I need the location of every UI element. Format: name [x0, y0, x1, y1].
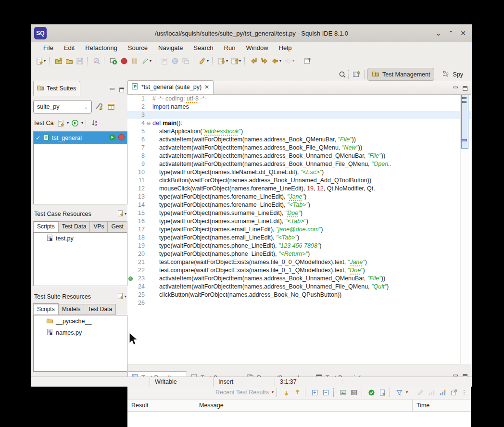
search-icon[interactable]	[338, 70, 347, 79]
code-line-2[interactable]: 2import names	[127, 103, 471, 111]
gutter-annotation[interactable]	[127, 217, 133, 226]
code-line-13[interactable]: 13 type(waitForObject(names.forename_Lin…	[127, 193, 471, 201]
code-line-20[interactable]: 20 type(waitForObject(names.phone_LineEd…	[127, 250, 471, 258]
suite-config-table-icon[interactable]	[106, 102, 116, 112]
gutter-annotation[interactable]	[127, 209, 133, 217]
code-line-7[interactable]: 7 activateItem(waitForObjectItem(names.a…	[127, 144, 471, 152]
nav-left-icon[interactable]: ▾	[270, 56, 282, 66]
record-test-icon[interactable]	[118, 134, 125, 142]
window-switch-icon[interactable]	[181, 56, 190, 66]
new-resource-icon[interactable]	[117, 292, 124, 301]
gutter-annotation[interactable]	[127, 144, 133, 152]
menu-item-help[interactable]: Help	[274, 43, 297, 53]
tcr-tab-gest[interactable]: Gest	[108, 221, 127, 232]
code-line-18[interactable]: 18 type(waitForObject(names.email_LineEd…	[127, 234, 471, 242]
gutter-annotation[interactable]	[127, 226, 133, 234]
tcr-tab-test-data[interactable]: Test Data	[59, 221, 90, 232]
menu-item-source[interactable]: Source	[123, 43, 153, 53]
pause-icon[interactable]	[130, 56, 139, 66]
code-line-23[interactable]: 23 activateItem(waitForObjectItem(names.…	[127, 275, 471, 283]
new-test-case-icon[interactable]	[56, 118, 65, 128]
menu-item-run[interactable]: Run	[219, 43, 241, 53]
tcr-tab-vps[interactable]: VPs	[90, 221, 108, 232]
suite-settings-icon[interactable]	[94, 102, 104, 112]
open-perspective-icon[interactable]	[352, 70, 361, 79]
pen-icon[interactable]: ▾	[140, 56, 152, 66]
gutter-annotation[interactable]	[127, 127, 133, 136]
code-line-24[interactable]: 24 activateItem(waitForObjectItem(names.…	[127, 283, 471, 291]
code-editor[interactable]: 1# -*- coding: utf-8 -*-2import names34⊖…	[127, 95, 471, 364]
gutter-annotation[interactable]	[127, 193, 133, 201]
code-line-15[interactable]: 15 type(waitForObject(names.surname_Line…	[127, 209, 471, 217]
code-line-22[interactable]: 22 test.compare(waitForObjectExists(name…	[127, 266, 471, 275]
gutter-annotation[interactable]	[127, 168, 133, 176]
gutter-annotation[interactable]	[127, 291, 133, 299]
run-test-icon[interactable]	[109, 134, 116, 142]
code-line-12[interactable]: 12 mouseClick(waitForObject(names.forena…	[127, 185, 471, 193]
editor-scrollbar[interactable]	[460, 95, 469, 364]
nav-right-icon[interactable]: ▾	[283, 56, 295, 66]
new-log-icon[interactable]	[378, 388, 387, 397]
code-line-10[interactable]: 10 type(waitForObject(names.fileNameEdit…	[127, 168, 471, 176]
export-gray-icon[interactable]	[427, 388, 436, 397]
code-line-1[interactable]: 1# -*- coding: utf-8 -*-	[127, 95, 471, 103]
code-line-16[interactable]: 16 type(waitForObject(names.surname_Line…	[127, 217, 471, 226]
new-resource-icon[interactable]	[117, 210, 124, 218]
external-link-icon[interactable]	[449, 388, 458, 397]
import-blue-icon[interactable]	[438, 388, 447, 397]
nav-back-icon[interactable]	[249, 56, 259, 66]
code-line-6[interactable]: 6 activateItem(waitForObjectItem(names.a…	[127, 136, 471, 144]
gutter-annotation[interactable]	[127, 119, 133, 127]
open-editor-window-icon[interactable]	[302, 56, 312, 66]
new-test-icon[interactable]: ▾	[35, 56, 47, 66]
nav-forward-icon[interactable]	[260, 56, 269, 66]
tsr-tab-test-data[interactable]: Test Data	[84, 304, 116, 315]
menu-item-window[interactable]: Window	[240, 43, 273, 53]
gutter-annotation[interactable]	[127, 234, 133, 242]
perspective-test-management[interactable]: Test Management	[367, 68, 434, 81]
highlighter-icon[interactable]: ▾	[198, 56, 210, 66]
code-line-26[interactable]: 26	[127, 299, 471, 307]
video-view-icon[interactable]	[350, 388, 359, 397]
resource-file--pycache-[interactable]: __pycache__	[34, 315, 127, 327]
jump-up-icon[interactable]: ▾	[230, 56, 242, 66]
gutter-annotation[interactable]	[127, 160, 133, 168]
recent-test-results-dropdown[interactable]: Recent Test Results	[215, 389, 269, 396]
menu-item-file[interactable]: File	[38, 43, 59, 53]
tsr-tab-models[interactable]: Models	[59, 304, 85, 315]
code-line-8[interactable]: 8 activateItem(waitForObjectItem(names.a…	[127, 152, 471, 160]
perspective-spy[interactable]: Spy	[438, 68, 467, 80]
editor-hscrollbar[interactable]	[127, 364, 459, 371]
arrow-down-gold-icon[interactable]	[282, 388, 291, 397]
record-icon[interactable]	[119, 56, 129, 66]
minimize-view-icon[interactable]	[109, 87, 116, 96]
run-suite-icon[interactable]	[109, 56, 118, 66]
gutter-annotation[interactable]	[127, 152, 133, 160]
suite-selector[interactable]: suite_py ⌄	[33, 100, 92, 113]
gutter-annotation[interactable]	[127, 185, 133, 193]
code-line-11[interactable]: 11 clickButton(waitForObject(names.addre…	[127, 176, 471, 185]
maximize-view-icon[interactable]	[119, 87, 126, 96]
gutter-annotation[interactable]	[127, 111, 133, 119]
expand-all-icon[interactable]	[310, 388, 319, 397]
menu-item-navigate[interactable]: Navigate	[153, 43, 188, 53]
gutter-annotation[interactable]	[127, 283, 133, 291]
column-result[interactable]: Result	[127, 400, 195, 411]
tab-tst-general-editor[interactable]: P *tst_general (suite_py) ✕	[127, 80, 214, 94]
code-line-9[interactable]: 9 activateItem(waitForObjectItem(names.a…	[127, 160, 471, 168]
verify-results-icon[interactable]	[367, 388, 376, 397]
object-pick-icon[interactable]	[92, 56, 101, 66]
breakpoint-icon[interactable]	[128, 276, 133, 281]
gutter-annotation[interactable]	[127, 266, 133, 275]
edit-gray-icon[interactable]	[416, 388, 425, 397]
gutter-annotation[interactable]	[127, 201, 133, 209]
jump-down-icon[interactable]: ▾	[217, 56, 229, 66]
arrow-up-gold-icon[interactable]	[293, 388, 302, 397]
menu-item-refactoring[interactable]: Refactoring	[80, 43, 122, 53]
gutter-annotation[interactable]	[127, 275, 133, 283]
gutter-annotation[interactable]	[127, 299, 133, 307]
tsr-tab-scripts[interactable]: Scripts	[33, 303, 59, 315]
code-line-17[interactable]: 17 type(waitForObject(names.email_LineEd…	[127, 226, 471, 234]
import-testcase-icon[interactable]	[64, 56, 74, 66]
minimize-view-icon[interactable]	[453, 86, 459, 94]
